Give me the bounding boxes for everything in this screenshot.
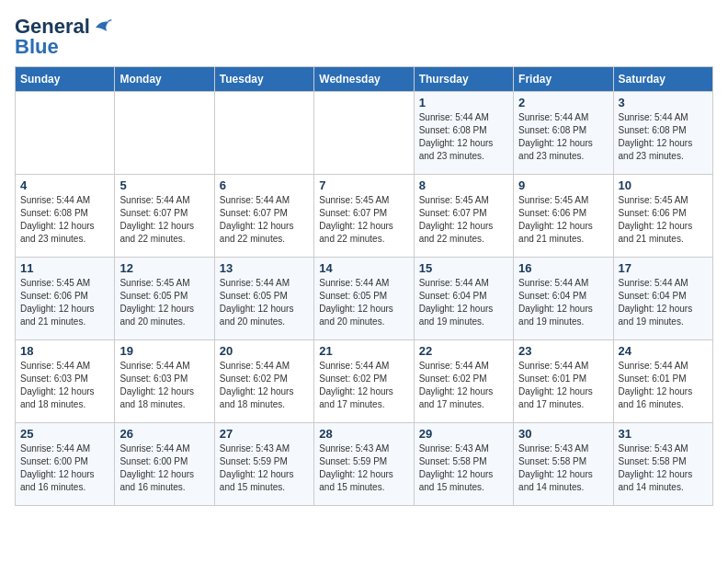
day-info: Sunrise: 5:44 AM Sunset: 6:05 PM Dayligh… — [319, 277, 408, 328]
day-info: Sunrise: 5:44 AM Sunset: 6:08 PM Dayligh… — [619, 111, 708, 163]
week-row-3: 11Sunrise: 5:45 AM Sunset: 6:06 PM Dayli… — [16, 258, 713, 340]
day-info: Sunrise: 5:45 AM Sunset: 6:06 PM Dayligh… — [518, 194, 608, 246]
day-cell: 27Sunrise: 5:43 AM Sunset: 5:59 PM Dayli… — [214, 423, 313, 506]
col-header-friday: Friday — [514, 67, 613, 92]
day-cell — [115, 92, 214, 175]
day-info: Sunrise: 5:43 AM Sunset: 5:59 PM Dayligh… — [319, 442, 408, 494]
day-number: 23 — [518, 344, 608, 358]
day-number: 27 — [220, 427, 309, 441]
day-info: Sunrise: 5:44 AM Sunset: 6:07 PM Dayligh… — [119, 194, 209, 246]
day-cell — [314, 92, 414, 175]
day-number: 26 — [119, 427, 209, 441]
day-info: Sunrise: 5:44 AM Sunset: 6:00 PM Dayligh… — [119, 442, 209, 494]
calendar-table: SundayMondayTuesdayWednesdayThursdayFrid… — [15, 66, 713, 506]
day-cell: 22Sunrise: 5:44 AM Sunset: 6:02 PM Dayli… — [414, 340, 513, 423]
day-cell: 23Sunrise: 5:44 AM Sunset: 6:01 PM Dayli… — [514, 340, 613, 423]
day-info: Sunrise: 5:43 AM Sunset: 5:58 PM Dayligh… — [619, 442, 708, 494]
logo: General Blue — [15, 15, 112, 59]
day-number: 24 — [619, 344, 708, 358]
day-cell: 17Sunrise: 5:44 AM Sunset: 6:04 PM Dayli… — [613, 258, 712, 340]
day-number: 7 — [319, 178, 408, 192]
day-number: 19 — [119, 344, 209, 358]
day-cell: 6Sunrise: 5:44 AM Sunset: 6:07 PM Daylig… — [214, 175, 313, 258]
day-cell: 20Sunrise: 5:44 AM Sunset: 6:02 PM Dayli… — [214, 340, 313, 423]
day-info: Sunrise: 5:44 AM Sunset: 6:08 PM Dayligh… — [518, 111, 608, 163]
day-info: Sunrise: 5:44 AM Sunset: 6:02 PM Dayligh… — [319, 360, 408, 411]
day-cell: 1Sunrise: 5:44 AM Sunset: 6:08 PM Daylig… — [414, 92, 513, 175]
logo-bird-icon — [92, 18, 112, 35]
day-number: 17 — [619, 261, 708, 275]
day-number: 28 — [319, 427, 408, 441]
day-cell — [214, 92, 313, 175]
day-cell: 21Sunrise: 5:44 AM Sunset: 6:02 PM Dayli… — [314, 340, 414, 423]
day-info: Sunrise: 5:43 AM Sunset: 5:59 PM Dayligh… — [220, 442, 309, 494]
col-header-sunday: Sunday — [16, 67, 115, 92]
col-header-saturday: Saturday — [613, 67, 712, 92]
day-info: Sunrise: 5:43 AM Sunset: 5:58 PM Dayligh… — [518, 442, 608, 494]
day-info: Sunrise: 5:44 AM Sunset: 6:02 PM Dayligh… — [419, 360, 508, 411]
day-cell: 31Sunrise: 5:43 AM Sunset: 5:58 PM Dayli… — [613, 423, 712, 506]
day-cell: 5Sunrise: 5:44 AM Sunset: 6:07 PM Daylig… — [115, 175, 214, 258]
day-number: 14 — [319, 261, 408, 275]
day-number: 9 — [518, 178, 608, 192]
day-number: 8 — [419, 178, 508, 192]
week-row-2: 4Sunrise: 5:44 AM Sunset: 6:08 PM Daylig… — [16, 175, 713, 258]
day-info: Sunrise: 5:44 AM Sunset: 6:07 PM Dayligh… — [220, 194, 309, 246]
day-info: Sunrise: 5:45 AM Sunset: 6:06 PM Dayligh… — [619, 194, 708, 246]
day-info: Sunrise: 5:45 AM Sunset: 6:06 PM Dayligh… — [20, 277, 109, 328]
day-info: Sunrise: 5:45 AM Sunset: 6:07 PM Dayligh… — [319, 194, 408, 246]
day-number: 3 — [619, 96, 708, 109]
day-info: Sunrise: 5:43 AM Sunset: 5:58 PM Dayligh… — [419, 442, 508, 494]
day-cell: 11Sunrise: 5:45 AM Sunset: 6:06 PM Dayli… — [16, 258, 115, 340]
day-info: Sunrise: 5:44 AM Sunset: 6:08 PM Dayligh… — [20, 194, 109, 246]
day-number: 29 — [419, 427, 508, 441]
day-cell: 25Sunrise: 5:44 AM Sunset: 6:00 PM Dayli… — [16, 423, 115, 506]
day-number: 31 — [619, 427, 708, 441]
day-number: 22 — [419, 344, 508, 358]
day-info: Sunrise: 5:44 AM Sunset: 6:08 PM Dayligh… — [419, 111, 508, 163]
day-cell: 16Sunrise: 5:44 AM Sunset: 6:04 PM Dayli… — [514, 258, 613, 340]
day-cell: 19Sunrise: 5:44 AM Sunset: 6:03 PM Dayli… — [115, 340, 214, 423]
day-number: 12 — [119, 261, 209, 275]
col-header-thursday: Thursday — [414, 67, 513, 92]
day-info: Sunrise: 5:44 AM Sunset: 6:02 PM Dayligh… — [220, 360, 309, 411]
day-number: 10 — [619, 178, 708, 192]
day-number: 4 — [20, 178, 109, 192]
day-number: 18 — [20, 344, 109, 358]
day-info: Sunrise: 5:44 AM Sunset: 6:03 PM Dayligh… — [119, 360, 209, 411]
day-number: 30 — [518, 427, 608, 441]
day-info: Sunrise: 5:45 AM Sunset: 6:05 PM Dayligh… — [119, 277, 209, 328]
day-cell: 7Sunrise: 5:45 AM Sunset: 6:07 PM Daylig… — [314, 175, 414, 258]
day-cell: 29Sunrise: 5:43 AM Sunset: 5:58 PM Dayli… — [414, 423, 513, 506]
day-number: 16 — [518, 261, 608, 275]
day-cell: 30Sunrise: 5:43 AM Sunset: 5:58 PM Dayli… — [514, 423, 613, 506]
day-info: Sunrise: 5:44 AM Sunset: 6:04 PM Dayligh… — [419, 277, 508, 328]
col-header-tuesday: Tuesday — [214, 67, 313, 92]
day-number: 21 — [319, 344, 408, 358]
day-cell: 9Sunrise: 5:45 AM Sunset: 6:06 PM Daylig… — [514, 175, 613, 258]
week-row-4: 18Sunrise: 5:44 AM Sunset: 6:03 PM Dayli… — [16, 340, 713, 423]
week-row-5: 25Sunrise: 5:44 AM Sunset: 6:00 PM Dayli… — [16, 423, 713, 506]
week-row-1: 1Sunrise: 5:44 AM Sunset: 6:08 PM Daylig… — [16, 92, 713, 175]
day-number: 13 — [220, 261, 309, 275]
day-info: Sunrise: 5:44 AM Sunset: 6:00 PM Dayligh… — [20, 442, 109, 494]
day-info: Sunrise: 5:44 AM Sunset: 6:01 PM Dayligh… — [518, 360, 608, 411]
day-cell: 18Sunrise: 5:44 AM Sunset: 6:03 PM Dayli… — [16, 340, 115, 423]
day-number: 1 — [419, 96, 508, 109]
header: General Blue — [15, 15, 713, 59]
day-cell: 2Sunrise: 5:44 AM Sunset: 6:08 PM Daylig… — [514, 92, 613, 175]
day-cell: 24Sunrise: 5:44 AM Sunset: 6:01 PM Dayli… — [613, 340, 712, 423]
day-number: 11 — [20, 261, 109, 275]
day-cell: 14Sunrise: 5:44 AM Sunset: 6:05 PM Dayli… — [314, 258, 414, 340]
day-info: Sunrise: 5:44 AM Sunset: 6:05 PM Dayligh… — [220, 277, 309, 328]
day-number: 2 — [518, 96, 608, 109]
day-info: Sunrise: 5:45 AM Sunset: 6:07 PM Dayligh… — [419, 194, 508, 246]
day-number: 5 — [119, 178, 209, 192]
col-header-monday: Monday — [115, 67, 214, 92]
day-cell — [16, 92, 115, 175]
day-cell: 12Sunrise: 5:45 AM Sunset: 6:05 PM Dayli… — [115, 258, 214, 340]
logo-blue: Blue — [15, 35, 59, 59]
day-cell: 26Sunrise: 5:44 AM Sunset: 6:00 PM Dayli… — [115, 423, 214, 506]
day-info: Sunrise: 5:44 AM Sunset: 6:01 PM Dayligh… — [619, 360, 708, 411]
day-number: 25 — [20, 427, 109, 441]
